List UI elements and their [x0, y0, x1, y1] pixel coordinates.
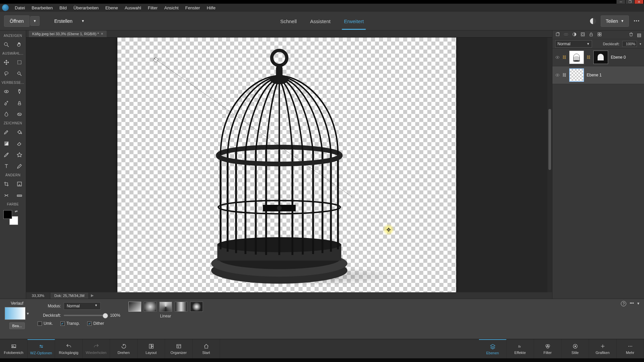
layer-name[interactable]: Ebene 0	[611, 55, 626, 60]
opacity-caret-icon[interactable]: ▾	[640, 42, 641, 46]
contrast-icon[interactable]	[590, 18, 596, 24]
menu-bild[interactable]: Bild	[56, 4, 70, 12]
gradient-preview[interactable]	[5, 307, 25, 320]
text-tool-icon[interactable]	[0, 161, 13, 172]
layer-thumbnail[interactable]	[569, 51, 584, 64]
lock-layer-icon[interactable]	[589, 32, 594, 38]
opacity-slider[interactable]	[64, 315, 107, 316]
crop-tool-icon[interactable]	[0, 178, 13, 190]
gradient-picker-caret-icon[interactable]: ▼	[26, 312, 30, 315]
gradient-tool-icon[interactable]	[0, 138, 13, 149]
menu-bearbeiten[interactable]: Bearbeiten	[28, 4, 56, 12]
open-button[interactable]: Öffnen	[4, 15, 30, 27]
straighten-tool-icon[interactable]	[13, 190, 26, 201]
new-group-icon[interactable]	[564, 32, 569, 38]
menu-ebene[interactable]: Ebene	[102, 4, 121, 12]
taskbar-rotate[interactable]: Drehen	[110, 339, 138, 358]
link-icon[interactable]: ⛓	[562, 73, 567, 77]
minimize-button[interactable]: ─	[616, 0, 625, 4]
menu-hilfe[interactable]: Hilfe	[203, 4, 219, 12]
color-swatches[interactable]: ⇄	[3, 210, 18, 225]
gradient-type-linear[interactable]	[128, 302, 141, 312]
gradient-type-diamond[interactable]	[190, 302, 203, 312]
delete-layer-icon[interactable]	[629, 32, 634, 38]
taskbar-tool-options[interactable]: WZ-Optionen	[28, 339, 55, 358]
link-icon[interactable]: ⛓	[562, 55, 567, 60]
sponge-tool-icon[interactable]	[13, 109, 26, 120]
mode-tab-expert[interactable]: Erweitert	[342, 12, 366, 30]
paint-bucket-tool-icon[interactable]	[13, 126, 26, 138]
close-tab-icon[interactable]: ×	[101, 32, 103, 36]
spot-heal-tool-icon[interactable]	[13, 86, 26, 97]
eraser-tool-icon[interactable]	[13, 138, 26, 149]
swap-colors-icon[interactable]: ⇄	[15, 209, 17, 213]
layer-fx-icon[interactable]	[597, 32, 602, 38]
dither-checkbox[interactable]: ✔Dither	[87, 321, 104, 326]
taskbar-home[interactable]: Start	[193, 339, 220, 358]
menu-fenster[interactable]: Fenster	[182, 4, 203, 12]
move-tool-icon[interactable]	[0, 57, 13, 68]
close-button[interactable]: ✕	[635, 0, 643, 4]
opacity-input[interactable]: 100%	[622, 41, 637, 47]
layer-thumbnail[interactable]	[569, 68, 584, 82]
menu-auswahl[interactable]: Auswahl	[121, 4, 145, 12]
menu-filter[interactable]: Filter	[145, 4, 161, 12]
open-dropdown[interactable]: ▼	[30, 16, 40, 26]
gradient-type-angle[interactable]	[159, 302, 172, 312]
edit-gradient-button[interactable]: Bea...	[9, 322, 25, 329]
document-tab[interactable]: Käfig.jpeg bei 33,3% (Ebene 1, RGB/8) * …	[29, 31, 107, 37]
mode-tab-quick[interactable]: Schnell	[278, 12, 299, 30]
taskbar-undo[interactable]: Rückgängig	[55, 339, 83, 358]
blend-mode-dropdown[interactable]: Normal▼	[555, 40, 592, 48]
canvas-viewport[interactable]	[26, 38, 547, 292]
taskbar-styles[interactable]: Stile	[561, 339, 589, 358]
help-icon[interactable]: ?	[621, 301, 626, 306]
smart-brush-tool-icon[interactable]	[0, 97, 13, 109]
layer-name[interactable]: Ebene 1	[587, 73, 602, 77]
layer-row[interactable]: ⛓ Ebene 1	[552, 66, 644, 84]
status-menu-icon[interactable]: ▶	[89, 292, 96, 299]
gradient-type-reflected[interactable]	[175, 302, 187, 312]
pencil-tool-icon[interactable]	[13, 161, 26, 172]
reverse-checkbox[interactable]: Umk.	[38, 321, 53, 326]
visibility-icon[interactable]	[555, 55, 560, 60]
layer-row[interactable]: ⛓ ⛓ Ebene 0	[552, 49, 644, 66]
share-button[interactable]: Teilen▼	[601, 15, 629, 27]
adjustment-layer-icon[interactable]	[572, 32, 577, 38]
menu-datei[interactable]: Datei	[11, 4, 28, 12]
taskbar-photo-bin[interactable]: Fotobereich	[0, 339, 28, 358]
overflow-icon[interactable]: •••	[634, 19, 640, 23]
create-dropdown[interactable]: ▼	[78, 16, 87, 25]
lasso-tool-icon[interactable]	[0, 68, 13, 79]
mode-tab-guided[interactable]: Assistent	[308, 12, 333, 30]
visibility-icon[interactable]	[555, 73, 560, 77]
link-icon[interactable]: ⛓	[587, 55, 591, 60]
blur-tool-icon[interactable]	[0, 109, 13, 120]
layer-mask-icon[interactable]	[580, 32, 585, 38]
taskbar-layout[interactable]: Layout	[138, 339, 165, 358]
recompose-tool-icon[interactable]	[13, 178, 26, 190]
transparency-checkbox[interactable]: ✔Transp.	[60, 321, 80, 326]
create-button[interactable]: Erstellen	[49, 16, 78, 26]
mode-dropdown[interactable]: Normal▼	[64, 302, 101, 310]
magic-wand-tool-icon[interactable]	[13, 68, 26, 79]
taskbar-filters[interactable]: Filter	[534, 339, 561, 358]
eyedropper-tool-icon[interactable]	[0, 149, 13, 161]
zoom-tool-icon[interactable]	[0, 39, 13, 50]
taskbar-layers[interactable]: Ebenen	[479, 339, 506, 358]
canvas[interactable]	[117, 38, 456, 292]
content-aware-move-tool-icon[interactable]	[0, 190, 13, 201]
gradient-type-radial[interactable]	[144, 302, 157, 312]
taskbar-graphics[interactable]: Grafiken	[589, 339, 616, 358]
new-layer-icon[interactable]	[555, 32, 560, 38]
taskbar-organizer[interactable]: Organizer	[165, 339, 193, 358]
zoom-level[interactable]: 33,33%	[26, 293, 50, 299]
redeye-tool-icon[interactable]	[0, 86, 13, 97]
menu-ansicht[interactable]: Ansicht	[161, 4, 182, 12]
shape-tool-icon[interactable]	[13, 149, 26, 161]
maximize-button[interactable]: ❐	[626, 0, 634, 4]
vertical-scrollbar[interactable]	[547, 38, 552, 292]
taskbar-effects[interactable]: fxEffekte	[506, 339, 534, 358]
hand-tool-icon[interactable]	[13, 39, 26, 50]
mask-thumbnail[interactable]	[593, 51, 608, 64]
